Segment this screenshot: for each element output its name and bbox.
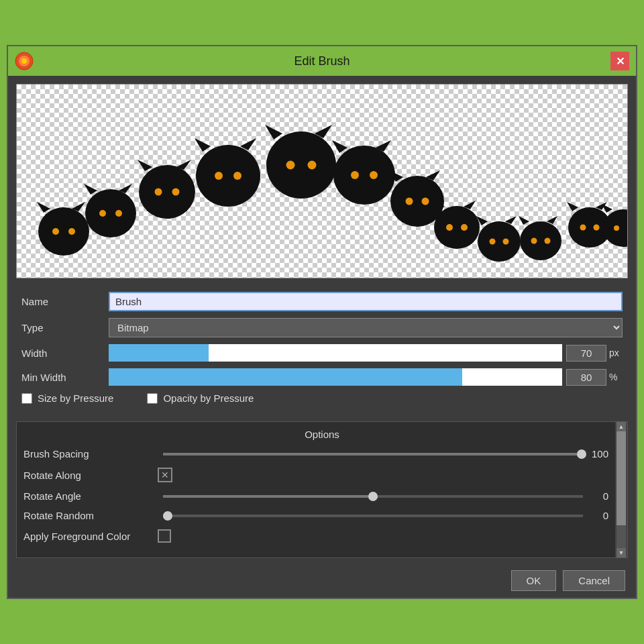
apply-fg-color-label: Apply Foreground Color [23, 531, 158, 542]
min-width-slider-track[interactable] [109, 368, 562, 386]
svg-marker-54 [567, 202, 578, 211]
form-area: Name Type Bitmap Vector Raster Width 70 … [8, 286, 636, 416]
min-width-row: Min Width 80 % [21, 368, 623, 386]
name-row: Name [21, 292, 623, 311]
rotate-along-label: Rotate Along [23, 470, 158, 481]
min-width-unit: % [609, 372, 623, 382]
svg-marker-59 [602, 204, 612, 213]
svg-point-28 [333, 146, 395, 205]
svg-point-13 [139, 165, 195, 219]
svg-point-31 [351, 171, 359, 179]
apply-fg-color-checkbox[interactable] [158, 529, 171, 543]
svg-point-42 [461, 224, 468, 231]
rotate-angle-slider[interactable] [163, 495, 583, 498]
size-by-pressure-group: Size by Pressure [21, 392, 113, 404]
options-content: Brush Spacing 100 Rotate Along ✕ Rotate … [23, 448, 621, 543]
svg-point-12 [115, 210, 122, 217]
options-title: Options [23, 429, 621, 440]
svg-point-37 [422, 198, 429, 205]
rotate-random-value: 0 [588, 510, 608, 521]
svg-marker-14 [138, 160, 152, 171]
svg-point-7 [68, 228, 75, 235]
svg-point-22 [233, 172, 241, 180]
width-slider-fill [109, 344, 209, 362]
bottom-bar: OK Cancel [8, 564, 636, 598]
svg-point-46 [490, 239, 496, 245]
svg-point-47 [503, 239, 509, 245]
rotate-along-row: Rotate Along ✕ [23, 468, 608, 482]
edit-brush-dialog: Edit Brush ✕ [7, 45, 637, 599]
svg-point-56 [580, 225, 586, 231]
rotate-along-checkbox[interactable]: ✕ [158, 468, 172, 482]
width-unit: px [609, 347, 623, 358]
opacity-by-pressure-checkbox[interactable] [147, 393, 158, 404]
rotate-angle-row: Rotate Angle 0 [23, 490, 608, 502]
scroll-up-arrow[interactable]: ▲ [616, 422, 626, 431]
svg-marker-49 [519, 216, 529, 225]
name-input[interactable] [109, 292, 623, 311]
type-select[interactable]: Bitmap Vector Raster [109, 318, 623, 337]
rotate-random-slider[interactable] [163, 515, 583, 517]
cancel-button[interactable]: Cancel [563, 570, 625, 591]
width-slider-track[interactable] [109, 344, 562, 362]
brush-spacing-thumb[interactable] [577, 449, 586, 459]
width-label: Width [21, 347, 109, 359]
dialog-title: Edit Brush [34, 54, 610, 68]
brush-spacing-slider[interactable] [163, 453, 583, 455]
rotate-angle-fill [163, 495, 373, 498]
svg-point-41 [446, 224, 453, 231]
type-label: Type [21, 322, 109, 333]
ok-button[interactable]: OK [511, 570, 557, 591]
svg-marker-29 [332, 140, 347, 153]
app-logo [15, 52, 34, 70]
scroll-thumb[interactable] [616, 431, 626, 525]
svg-point-21 [215, 172, 223, 180]
size-by-pressure-label: Size by Pressure [38, 392, 113, 404]
rotate-random-thumb[interactable] [163, 511, 172, 521]
apply-fg-color-row: Apply Foreground Color [23, 529, 608, 543]
scroll-down-arrow[interactable]: ▼ [616, 548, 626, 557]
svg-marker-19 [195, 138, 211, 152]
rotate-angle-label: Rotate Angle [23, 490, 158, 502]
svg-point-51 [531, 238, 537, 244]
size-by-pressure-checkbox[interactable] [21, 393, 32, 404]
width-row: Width 70 px [21, 344, 623, 362]
svg-point-3 [38, 207, 89, 256]
svg-point-16 [155, 189, 162, 196]
svg-marker-9 [84, 184, 97, 195]
svg-point-61 [614, 225, 619, 231]
svg-point-52 [545, 238, 551, 244]
svg-point-38 [434, 206, 480, 249]
svg-point-17 [172, 189, 180, 196]
svg-point-18 [196, 145, 260, 207]
svg-point-43 [478, 221, 521, 262]
min-width-slider-fill [109, 368, 462, 386]
svg-point-32 [370, 171, 378, 179]
name-label: Name [21, 296, 109, 307]
close-button[interactable]: ✕ [610, 52, 629, 70]
width-value: 70 [566, 345, 606, 362]
title-bar: Edit Brush ✕ [8, 46, 636, 76]
svg-point-6 [52, 228, 59, 235]
opacity-by-pressure-group: Opacity by Pressure [147, 392, 254, 404]
svg-marker-24 [265, 125, 282, 140]
type-row: Type Bitmap Vector Raster [21, 318, 623, 337]
brush-spacing-label: Brush Spacing [23, 448, 158, 460]
rotate-random-row: Rotate Random 0 [23, 510, 608, 521]
svg-point-26 [286, 161, 295, 170]
cats-preview-svg [17, 85, 627, 278]
svg-point-57 [594, 225, 600, 231]
brush-spacing-value: 100 [588, 448, 608, 460]
opacity-by-pressure-label: Opacity by Pressure [163, 392, 254, 404]
options-section: Options ▲ ▼ Brush Spacing 100 Rotate Alo… [16, 421, 628, 558]
min-width-value: 80 [566, 369, 606, 386]
svg-point-2 [21, 58, 27, 64]
rotate-random-label: Rotate Random [23, 510, 158, 521]
svg-point-48 [520, 221, 561, 260]
brush-preview [16, 84, 628, 278]
scrollbar[interactable]: ▲ ▼ [615, 422, 627, 557]
scroll-track [616, 431, 626, 548]
rotate-angle-thumb[interactable] [368, 492, 378, 501]
svg-point-11 [99, 210, 106, 217]
svg-point-36 [406, 198, 413, 205]
